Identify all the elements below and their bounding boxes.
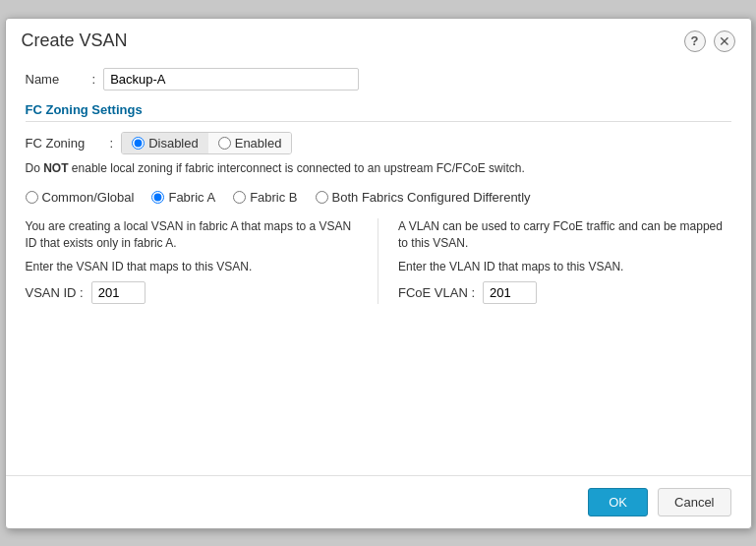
section-divider [26,121,731,122]
fcoe-vlan-input[interactable] [483,281,537,304]
fc-zoning-disabled-label: Disabled [148,136,199,151]
fc-zoning-enabled-option[interactable]: Enabled [208,133,292,153]
content-columns: You are creating a local VSAN in fabric … [26,218,731,304]
close-button[interactable]: ✕ [714,30,735,52]
fc-zoning-enabled-radio[interactable] [218,137,231,150]
fabric-a-label: Fabric A [168,190,215,205]
dialog-header: Create VSAN ? ✕ [6,19,751,60]
fc-zoning-label: FC Zoning [26,136,104,151]
fc-zoning-section-label: FC Zoning Settings [26,102,731,117]
fc-zoning-radio-group: Disabled Enabled [121,132,292,154]
fabric-b-option[interactable]: Fabric B [233,190,297,205]
right-instruction: Enter the VLAN ID that maps to this VSAN… [398,260,731,273]
fc-zoning-enabled-label: Enabled [235,136,282,151]
ok-button[interactable]: OK [588,488,648,516]
left-column: You are creating a local VSAN in fabric … [26,218,378,304]
create-vsan-dialog: Create VSAN ? ✕ Name : FC Zoning Setting… [5,18,752,529]
fabric-both-label: Both Fabrics Configured Differently [332,190,531,205]
vsan-id-input[interactable] [91,281,145,304]
vsan-id-label: VSAN ID : [26,285,84,300]
fc-zoning-row: FC Zoning : Disabled Enabled [26,132,731,154]
fcoe-vlan-row: FCoE VLAN : [398,281,731,304]
dialog-footer: OK Cancel [6,475,751,528]
cancel-button[interactable]: Cancel [658,488,730,516]
fabric-both-radio[interactable] [316,191,328,204]
right-column: A VLAN can be used to carry FCoE traffic… [378,218,731,304]
fc-zoning-disabled-option[interactable]: Disabled [122,133,208,153]
fabric-options-row: Common/Global Fabric A Fabric B Both Fab… [26,190,731,205]
fc-zoning-disabled-radio[interactable] [132,137,145,150]
fabric-a-radio[interactable] [151,191,164,204]
header-icons: ? ✕ [684,30,735,52]
right-description: A VLAN can be used to carry FCoE traffic… [398,218,731,252]
vsan-id-row: VSAN ID : [26,281,359,304]
name-label: Name [26,72,85,87]
left-instruction: Enter the VSAN ID that maps to this VSAN… [26,260,359,273]
warning-text: Do NOT enable local zoning if fabric int… [26,160,731,177]
name-row: Name : [26,68,731,91]
fabric-common-option[interactable]: Common/Global [26,190,135,205]
help-button[interactable]: ? [684,30,706,52]
fabric-a-option[interactable]: Fabric A [151,190,215,205]
fabric-both-option[interactable]: Both Fabrics Configured Differently [316,190,531,205]
fabric-b-radio[interactable] [233,191,246,204]
fabric-common-label: Common/Global [42,190,135,205]
dialog-body: Name : FC Zoning Settings FC Zoning : Di… [6,60,751,475]
left-description: You are creating a local VSAN in fabric … [26,218,359,252]
fabric-b-label: Fabric B [250,190,297,205]
fabric-common-radio[interactable] [26,191,38,204]
fcoe-vlan-label: FCoE VLAN : [398,285,475,300]
name-input[interactable] [103,68,359,91]
dialog-title: Create VSAN [22,30,128,51]
